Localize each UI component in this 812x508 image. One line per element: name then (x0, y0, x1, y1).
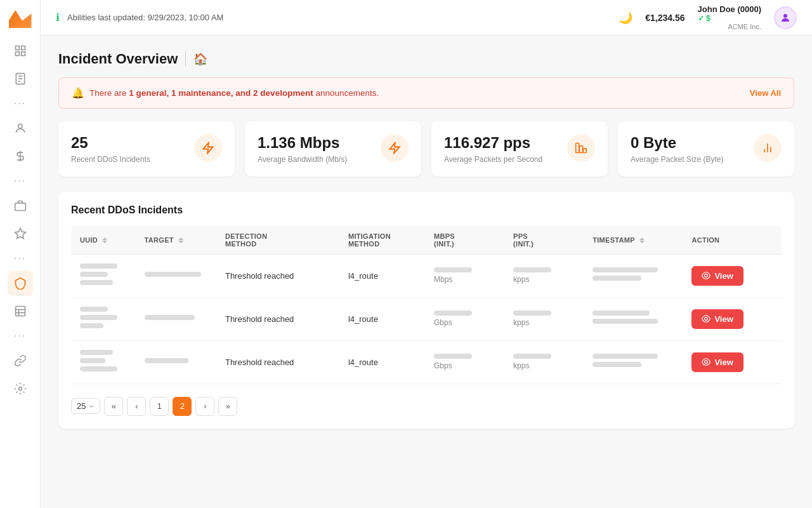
announcement-banner: 🔔 There are 1 general, 1 maintenance, an… (58, 77, 794, 109)
view-button-3[interactable]: View (691, 352, 743, 372)
col-uuid[interactable]: UUID (71, 226, 136, 255)
announcement-left: 🔔 There are 1 general, 1 maintenance, an… (72, 87, 379, 99)
cell-uuid-1 (71, 254, 136, 297)
sidebar-dots-3: ··· (0, 249, 40, 268)
pagination-prev[interactable]: ‹ (127, 397, 146, 416)
cell-timestamp-2 (584, 297, 683, 340)
announcement-view-all[interactable]: View All (750, 88, 781, 98)
topbar: ℹ Abilities last updated: 9/29/2023, 10:… (41, 0, 812, 36)
sidebar-dots-2: ··· (0, 171, 40, 190)
stat-icon-bandwidth (381, 134, 409, 162)
svg-rect-22 (583, 149, 586, 153)
table-section-title: Recent DDoS Incidents (71, 204, 782, 216)
sidebar-item-table[interactable] (8, 298, 33, 324)
cell-mbps-2: Gbps (425, 297, 504, 340)
sort-icon-uuid (102, 237, 107, 243)
stat-label-bandwidth: Average Bandwidth (Mb/s) (258, 154, 347, 165)
col-timestamp[interactable]: TIMESTAMP (584, 226, 683, 255)
sidebar-dots-1: ··· (0, 94, 40, 113)
sidebar: ··· ··· ··· ··· (0, 0, 41, 508)
sidebar-item-user[interactable] (8, 116, 33, 141)
col-mitigation: MITIGATIONMETHOD (339, 226, 425, 255)
stat-label-pps: Average Packets per Second (444, 154, 542, 165)
col-action: ACTION (683, 226, 782, 255)
svg-point-16 (18, 387, 22, 391)
abilities-text: Abilities last updated: 9/29/2023, 10:00… (67, 13, 611, 22)
cell-action-3: View (683, 340, 782, 384)
stat-card-bandwidth: 1.136 Mbps Average Bandwidth (Mb/s) (245, 121, 421, 177)
svg-rect-0 (15, 46, 19, 50)
stat-value-pps: 116.927 pps (444, 134, 542, 152)
page-title: Incident Overview (58, 51, 178, 67)
cell-detection-1: Threshold reached (216, 254, 339, 297)
bell-icon: 🔔 (72, 87, 84, 99)
cell-target-1 (136, 254, 216, 297)
svg-rect-10 (15, 203, 25, 211)
col-detection: DETECTIONMETHOD (216, 226, 339, 255)
header-divider (185, 51, 186, 67)
cell-mbps-3: Gbps (425, 340, 504, 384)
svg-rect-12 (15, 307, 25, 316)
sidebar-item-dashboard[interactable] (8, 38, 33, 64)
cell-action-1: View (683, 254, 782, 297)
stat-value-bandwidth: 1.136 Mbps (258, 134, 347, 152)
table-section: Recent DDoS Incidents UUID TARGET (58, 192, 794, 429)
sidebar-item-links[interactable] (8, 348, 33, 373)
pagination-last[interactable]: » (218, 397, 237, 416)
announcement-text: There are 1 general, 1 maintenance, and … (89, 88, 379, 98)
pagination-next[interactable]: › (195, 397, 214, 416)
table-header: UUID TARGET DETECTIONMETHOD M (71, 226, 782, 255)
sidebar-dots-4: ··· (0, 326, 40, 345)
cell-uuid-2 (71, 297, 136, 340)
svg-point-26 (705, 274, 708, 277)
pagination-page-1[interactable]: 1 (150, 397, 169, 416)
sidebar-item-billing[interactable] (8, 144, 33, 169)
username-display: John Doe (0000) ✓ $ (698, 4, 761, 23)
view-button-1[interactable]: View (691, 266, 743, 286)
svg-point-17 (783, 14, 787, 18)
cell-target-2 (136, 297, 216, 340)
cell-mbps-1: Mbps (425, 254, 504, 297)
theme-toggle-icon[interactable]: 🌙 (619, 11, 632, 25)
pagination-first[interactable]: « (104, 397, 123, 416)
sort-icon-timestamp (639, 237, 645, 243)
stat-card-packet-size: 0 Byte Average Packet Size (Byte) (618, 121, 794, 177)
pagination: 25 « ‹ 1 2 › » (71, 397, 782, 416)
stat-value-packet-size: 0 Byte (631, 134, 724, 152)
page-size-select[interactable]: 25 (71, 398, 100, 414)
view-button-2[interactable]: View (691, 309, 743, 329)
svg-point-8 (18, 124, 22, 128)
page-content: Incident Overview 🏠 🔔 There are 1 genera… (41, 36, 812, 508)
sidebar-item-security[interactable] (8, 271, 33, 296)
app-logo (6, 8, 34, 30)
table-row: Threshold reached l4_route Mbps kpps (71, 254, 782, 297)
home-icon[interactable]: 🏠 (193, 52, 207, 66)
page-header: Incident Overview 🏠 (58, 51, 794, 67)
stat-label-incidents: Recent DDoS Incidents (71, 154, 150, 165)
cell-action-2: View (683, 297, 782, 340)
col-target[interactable]: TARGET (136, 226, 216, 255)
sidebar-item-favorites[interactable] (8, 221, 33, 246)
table-body: Threshold reached l4_route Mbps kpps (71, 254, 782, 384)
user-info: John Doe (0000) ✓ $ ACME Inc. (698, 4, 761, 30)
col-mbps: MBPS(INIT.) (425, 226, 504, 255)
stat-card-incidents: 25 Recent DDoS Incidents (58, 121, 235, 177)
main-content: ℹ Abilities last updated: 9/29/2023, 10:… (41, 0, 812, 508)
company-display: ACME Inc. (728, 23, 761, 30)
stat-icon-incidents (194, 134, 222, 162)
cell-mitigation-2: l4_route (339, 297, 425, 340)
cell-timestamp-3 (584, 340, 683, 384)
cell-uuid-3 (71, 340, 136, 384)
cell-target-3 (136, 340, 216, 384)
svg-rect-3 (21, 52, 25, 56)
cell-timestamp-1 (584, 254, 683, 297)
sidebar-item-settings[interactable] (8, 376, 33, 401)
user-avatar[interactable] (774, 6, 797, 29)
sidebar-item-jobs[interactable] (8, 193, 33, 218)
table-row: Threshold reached l4_route Gbps kpps (71, 297, 782, 340)
cell-mitigation-1: l4_route (339, 254, 425, 297)
col-pps: PPS(INIT.) (504, 226, 584, 255)
svg-point-28 (705, 361, 708, 364)
pagination-page-2[interactable]: 2 (173, 397, 192, 416)
sidebar-item-notebook[interactable] (8, 66, 33, 91)
